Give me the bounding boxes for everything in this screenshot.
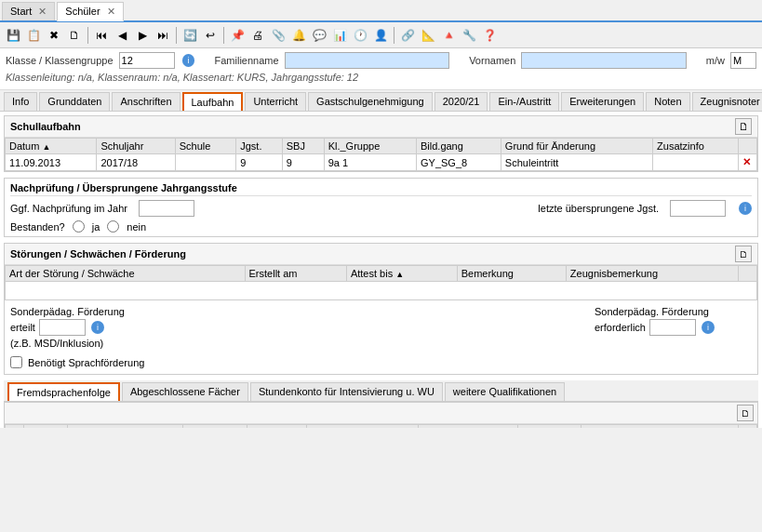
tab-gastschul[interactable]: Gastschulgenehmigung <box>308 92 433 111</box>
sonderpaed-info2[interactable]: i <box>702 321 715 334</box>
close-start-icon[interactable]: ✕ <box>38 6 47 17</box>
help-btn[interactable]: ❓ <box>480 26 499 45</box>
refresh-btn[interactable]: 🔄 <box>180 26 199 45</box>
tab-zeugnisno[interactable]: Zeugnisnoter <box>692 92 762 111</box>
schullaufbahn-add-btn[interactable]: 🗋 <box>735 118 752 135</box>
col-neu[interactable]: neu einsetzend... <box>306 425 418 429</box>
delete-btn[interactable]: ✖ <box>45 26 63 45</box>
col-zusatz[interactable]: Zusatzinfo <box>653 139 739 154</box>
stoerungen-empty-row <box>6 282 757 300</box>
tab-2020[interactable]: 2020/21 <box>434 92 488 111</box>
sonderpaed-input2[interactable] <box>649 319 696 336</box>
chart-btn[interactable]: 📊 <box>330 26 349 45</box>
sprachfoerderung-cb[interactable] <box>10 356 22 368</box>
msg-btn[interactable]: 💬 <box>310 26 328 45</box>
sonderpaed-input1[interactable] <box>39 319 86 336</box>
prev-btn[interactable]: ◀ <box>113 26 131 45</box>
close-schueler-icon[interactable]: ✕ <box>107 6 115 17</box>
btab-fremdsprachen[interactable]: Fremdsprachenfolge <box>7 382 120 401</box>
klasse-input[interactable] <box>119 52 175 69</box>
tab-einaustritt[interactable]: Ein-/Austritt <box>489 92 559 111</box>
bell-btn[interactable]: 🔔 <box>289 26 308 45</box>
pin-btn[interactable]: 📌 <box>228 26 247 45</box>
col-schuljahr[interactable]: Schuljahr <box>97 139 175 154</box>
print-btn[interactable]: 🖨 <box>248 26 267 45</box>
col-datum[interactable]: Datum ▲ <box>6 139 97 154</box>
col-attest[interactable]: Attest bis ▲ <box>346 266 457 282</box>
col-zeugnis[interactable]: Zeugnisbemerkung <box>566 266 738 282</box>
ja-label: ja <box>92 221 100 233</box>
tab-grunddaten[interactable]: Grunddaten <box>39 92 110 111</box>
copy-btn[interactable]: 📋 <box>24 26 43 45</box>
vornamen-input[interactable] <box>521 52 686 69</box>
col-kl-gruppe[interactable]: Kl._Gruppe <box>324 139 416 154</box>
time-btn[interactable]: 🕐 <box>351 26 369 45</box>
cell-bildgang: GY_SG_8 <box>416 154 501 171</box>
familienname-input[interactable] <box>285 52 449 69</box>
attach-btn[interactable]: 📎 <box>269 26 287 45</box>
sonderpaed-sub: (z.B. MSD/Inklusion) <box>10 338 103 349</box>
next-btn[interactable]: ▶ <box>133 26 152 45</box>
undo-btn[interactable]: ↩ <box>201 26 220 45</box>
sep4 <box>394 27 394 44</box>
col-von[interactable]: von Jgst. <box>183 425 247 429</box>
btab-stundenkonto[interactable]: Stundenkonto für Intensivierung u. WU <box>250 382 443 401</box>
settings-btn[interactable]: 🔧 <box>460 26 478 45</box>
cell-del[interactable]: ✕ <box>739 154 757 171</box>
col-art[interactable]: Art der Störung / Schwäche <box>6 266 246 282</box>
sprachfoerderung-label: Benötigt Sprachförderung <box>28 357 144 368</box>
btab-qualifikationen[interactable]: weitere Qualifikationen <box>445 382 565 401</box>
tab-noten[interactable]: Noten <box>646 92 689 111</box>
klasse-info-icon[interactable]: i <box>182 54 195 67</box>
last-btn[interactable]: ⏭ <box>154 26 172 45</box>
sep1 <box>87 27 88 44</box>
col-erstellt[interactable]: Erstellt am <box>245 266 346 282</box>
cell-sbj: 9 <box>282 154 324 171</box>
klassenleitung-info: Klassenleitung: n/a, Klassenraum: n/a, K… <box>6 72 358 83</box>
table-row[interactable]: 11.09.2013 2017/18 9 9 9a 1 GY_SG_8 Schu… <box>6 154 757 171</box>
col-jgst[interactable]: Jgst. <box>236 139 283 154</box>
col-schule[interactable]: Schule <box>175 139 236 154</box>
tab-erweiterungen[interactable]: Erweiterungen <box>561 92 644 111</box>
mw-input[interactable] <box>730 52 756 69</box>
user-btn[interactable]: 👤 <box>371 26 390 45</box>
col-del3 <box>739 425 757 429</box>
fremdsprachen-add-btn[interactable]: 🗋 <box>737 405 754 421</box>
col-sbj[interactable]: SBJ <box>282 139 324 154</box>
col-bildgang[interactable]: Bild.gang <box>416 139 501 154</box>
tab-unterricht[interactable]: Unterricht <box>245 92 306 111</box>
col-bis[interactable]: bis Jgst. <box>247 425 306 429</box>
row-delete-icon[interactable]: ✕ <box>742 156 751 167</box>
first-btn[interactable]: ⏮ <box>92 26 111 45</box>
col-erl[interactable]: ggf. Erläuterung zur Fe... <box>581 425 738 429</box>
tab-anschriften[interactable]: Anschriften <box>112 92 180 111</box>
col-grund[interactable]: Grund für Änderung <box>501 139 652 154</box>
nein-radio[interactable] <box>107 220 119 233</box>
col-niveau[interactable]: Niveau... <box>518 425 582 429</box>
col-bezeichnung[interactable]: Fachbezeichnung <box>68 425 183 429</box>
ja-radio[interactable] <box>73 220 85 233</box>
col-actions <box>739 139 757 154</box>
col-bemerkung[interactable]: Bemerkung <box>457 266 566 282</box>
nachpruefung-input[interactable] <box>139 200 194 217</box>
btab-abgeschlossen[interactable]: Abgeschlossene Fächer <box>122 382 248 401</box>
measure-btn[interactable]: 📐 <box>419 26 437 45</box>
sonderpaed-left: Sonderpädag. Förderung erteilt i (z.B. M… <box>10 306 125 349</box>
letzte-info-icon[interactable]: i <box>739 202 752 215</box>
letzte-input[interactable] <box>670 200 726 217</box>
link-btn[interactable]: 🔗 <box>398 26 417 45</box>
tab-info[interactable]: Info <box>4 92 37 111</box>
col-nr[interactable]: # <box>6 425 24 429</box>
stoerungen-add-btn[interactable]: 🗋 <box>735 246 752 262</box>
save-btn[interactable]: 💾 <box>4 26 22 45</box>
tab-schueler[interactable]: Schüler ✕ <box>57 2 123 21</box>
new-btn[interactable]: 🗋 <box>65 26 84 45</box>
col-fest[interactable]: Feststellungs... <box>418 425 517 429</box>
vornamen-label: Vornamen <box>469 55 515 66</box>
tab-laufbahn[interactable]: Laufbahn <box>182 92 244 111</box>
familienname-label: Familienname <box>215 55 279 66</box>
sonderpaed-info1[interactable]: i <box>91 321 104 334</box>
tab-start[interactable]: Start ✕ <box>2 2 55 20</box>
col-fach[interactable]: ▲ Fach <box>24 425 68 429</box>
flag-btn[interactable]: 🔺 <box>439 26 458 45</box>
